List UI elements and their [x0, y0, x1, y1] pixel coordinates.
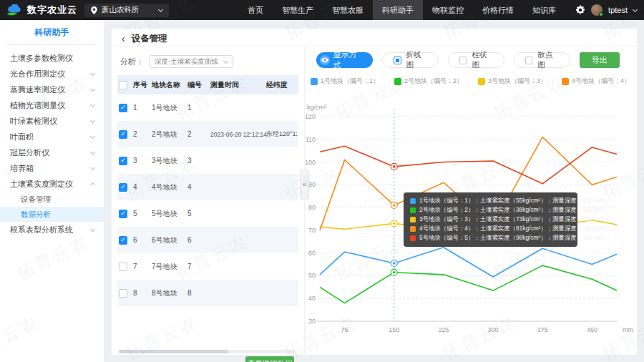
user-menu-chevron-icon[interactable]	[633, 6, 638, 11]
export-button[interactable]: 导出	[580, 52, 620, 68]
analysis-type-select[interactable]: 深度-土壤紧实度曲线	[149, 55, 233, 68]
cell-no: 2	[133, 130, 152, 138]
top-nav-item[interactable]: 首页	[238, 0, 273, 20]
row-checkbox[interactable]: ✓	[119, 210, 127, 218]
sidebar-item[interactable]: 植物光谱测量仪	[0, 97, 104, 113]
chevron-down-icon	[158, 6, 163, 11]
table-row[interactable]: ✓66号地块6	[117, 227, 298, 253]
cell-name: 3号地块	[152, 156, 187, 166]
view-detail-button[interactable]: 查看详细数据	[245, 356, 294, 362]
cell-name: 2号地块	[152, 129, 187, 140]
checkbox-icon[interactable]	[459, 57, 467, 64]
table-row[interactable]: 88号地块8	[117, 280, 298, 306]
display-mode-button[interactable]: 显示方式	[316, 52, 373, 68]
back-button[interactable]: ‹	[122, 34, 125, 44]
table-row[interactable]: ✓55号地块5	[117, 200, 298, 227]
scrollbar-thumb[interactable]	[119, 350, 228, 353]
y-tick-label: 110	[306, 136, 316, 143]
sidebar-subitem[interactable]: 设备管理	[0, 192, 104, 207]
line-chart[interactable]: kg/cm²1201101009080706050403075150225300…	[306, 101, 636, 341]
sidebar-item[interactable]: 冠层分析仪	[0, 145, 104, 160]
sidebar-item-label: 叶绿素检测仪	[10, 116, 57, 127]
row-checkbox[interactable]: ✓	[119, 157, 127, 165]
tooltip-text: 4号地块（编号：4）：土壤紧实度（81kg/cm²）；测量深度（150 mm）	[419, 225, 610, 233]
top-nav-item[interactable]: 价格行情	[473, 0, 523, 20]
chart-type-selected[interactable]: 折线图	[382, 52, 439, 68]
cell-code: 6	[187, 236, 210, 244]
top-nav-item[interactable]: 知识库	[523, 0, 565, 20]
row-checkbox[interactable]	[119, 289, 127, 298]
row-checkbox[interactable]: ✓	[119, 183, 127, 192]
username: tptest	[608, 6, 628, 14]
sidebar-item[interactable]: 叶绿素检测仪	[0, 113, 104, 129]
table-row[interactable]: ✓11号地块1	[117, 94, 298, 121]
sidebar-item[interactable]: 光合作用测定仪	[0, 66, 104, 82]
cell-code: 3	[187, 157, 210, 165]
table-row[interactable]: ✓22号地块22023-06-20 12:12:14东经120°12′;北	[117, 121, 298, 147]
top-nav-item[interactable]: 物联监控	[423, 0, 473, 20]
cell-code: 2	[187, 130, 210, 138]
chart-type-option[interactable]: 柱状图	[448, 52, 504, 68]
row-checkbox[interactable]: ✓	[119, 130, 127, 139]
sidebar-item[interactable]: 蒸腾速率测定仪	[0, 82, 104, 97]
settings-gear-icon[interactable]	[575, 5, 585, 15]
tooltip-swatch	[410, 217, 416, 222]
table-row[interactable]: ✓33号地块3	[117, 147, 298, 174]
chevron-down-icon	[90, 70, 95, 75]
cell-no: 4	[133, 183, 152, 191]
legend-swatch	[562, 78, 569, 85]
row-checkbox[interactable]	[119, 263, 127, 271]
select-all-checkbox[interactable]	[119, 81, 127, 89]
cell-no: 1	[133, 104, 152, 112]
checkbox-icon[interactable]	[525, 57, 532, 64]
column-header: 经纬度	[266, 80, 297, 90]
cell-name: 6号地块	[152, 235, 187, 245]
location-selector[interactable]: 萧山农科所	[84, 4, 169, 17]
x-tick-label: 75	[341, 326, 348, 333]
top-nav-item[interactable]: 智慧生产	[273, 0, 323, 20]
y-tick-label: 60	[308, 250, 316, 257]
sidebar-item-label: 土壤紧实度测定仪	[10, 179, 73, 190]
sidebar-item[interactable]: 根系表型分析系统	[0, 222, 104, 238]
chevron-down-icon	[90, 149, 95, 154]
sidebar-subitem[interactable]: 数据分析	[0, 207, 104, 222]
checkbox-icon[interactable]	[394, 57, 401, 64]
tooltip-text: 1号地块（编号：1）：土壤紧实度（55kg/cm²）；测量深度（150 mm）	[419, 197, 610, 205]
top-nav-item[interactable]: 智慧农服	[323, 0, 373, 20]
legend-item[interactable]: 3号地块（编号：3）	[478, 77, 547, 86]
chart-type-option[interactable]: 散点图	[514, 52, 570, 68]
cell-no: 3	[133, 157, 152, 165]
row-checkbox[interactable]: ✓	[119, 104, 127, 112]
series-line	[320, 248, 617, 277]
column-header: 序号	[133, 80, 152, 90]
table-header: 序号地块名称编号测量时间经纬度	[117, 75, 298, 94]
x-tick-label: 375	[537, 326, 548, 333]
content-card: ‹ 设备管理 分析： 深度-土壤紧实度曲线 序号地块名称编号测量时间经纬度 ✓1…	[112, 29, 637, 355]
plot-list-panel: 分析： 深度-土壤紧实度曲线 序号地块名称编号测量时间经纬度 ✓11号地块1✓2…	[112, 47, 305, 355]
chevron-down-icon	[90, 102, 95, 107]
tooltip-swatch	[410, 207, 416, 213]
sidebar-item[interactable]: 叶面积	[0, 129, 104, 145]
table-row[interactable]: 77号地块7	[117, 253, 298, 280]
x-tick-label: 300	[488, 326, 499, 333]
sidebar-item[interactable]: 土壤紧实度测定仪	[0, 176, 104, 192]
top-nav-item[interactable]: 科研助手	[373, 0, 423, 20]
legend-item[interactable]: 4号地块（编号：4）	[562, 77, 630, 86]
x-tick-label: 150	[389, 326, 399, 333]
chevron-down-icon	[90, 226, 95, 231]
sidebar-item[interactable]: 培养箱	[0, 160, 104, 176]
location-pin-icon	[91, 6, 97, 14]
brand: 数字农业云	[0, 4, 84, 16]
table-row[interactable]: ✓44号地块4	[117, 174, 298, 200]
table-body: ✓11号地块1✓22号地块22023-06-20 12:12:14东经120°1…	[112, 94, 304, 306]
sidebar-item[interactable]: 土壤多参数检测仪	[0, 50, 104, 66]
legend-item[interactable]: 2号地块（编号：2）	[394, 77, 463, 86]
legend-item[interactable]: 1号地块（编号：1）	[311, 77, 379, 86]
collapse-panel-button[interactable]: «	[300, 170, 309, 200]
chart-tooltip: 1号地块（编号：1）：土壤紧实度（55kg/cm²）；测量深度（150 mm）2…	[404, 192, 577, 247]
cell-code: 1	[187, 104, 210, 112]
row-checkbox[interactable]: ✓	[119, 236, 127, 245]
y-tick-label: 100	[306, 159, 316, 166]
user-avatar[interactable]	[591, 4, 602, 16]
cell-coord: 东经120°12′;北	[266, 129, 297, 139]
